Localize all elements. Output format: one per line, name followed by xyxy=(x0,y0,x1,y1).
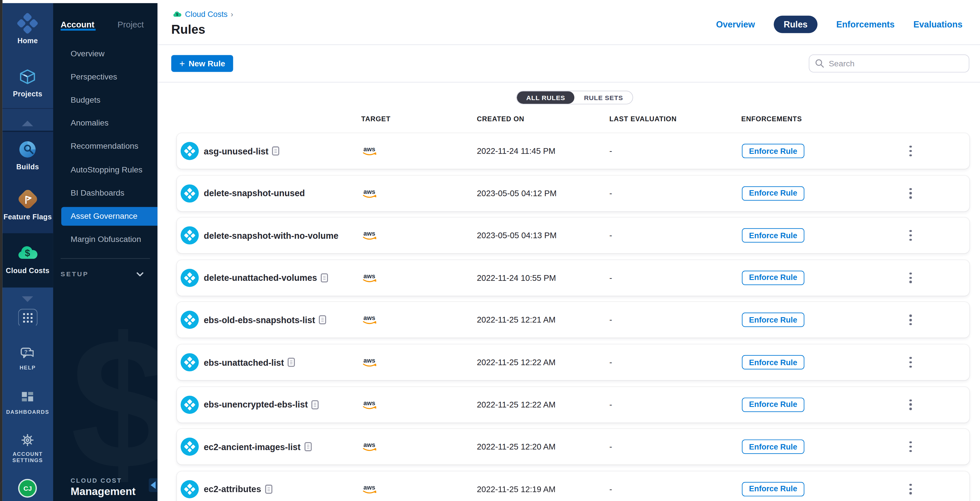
row-menu-kebab-icon[interactable] xyxy=(905,438,916,456)
table-row[interactable]: delete-snapshot-with-no-volume aws 2023-… xyxy=(177,218,969,253)
sidebar-item-perspectives[interactable]: Perspectives xyxy=(53,67,158,86)
module-brand-line1: CLOUD COST xyxy=(71,477,122,484)
sidebar-item-dashboards[interactable]: DASHBOARDS xyxy=(2,391,53,415)
enforce-rule-button[interactable]: Enforce Rule xyxy=(742,313,805,327)
table-row[interactable]: delete-unattached-volumes aws 2022-11-24… xyxy=(177,260,969,296)
table-row[interactable]: asg-unused-list aws 2022-11-24 11:45 PM … xyxy=(177,133,969,169)
module-brand-line2: Management xyxy=(71,486,135,498)
app-window: Home Projects Builds xyxy=(0,0,980,501)
harness-home-icon xyxy=(16,12,39,35)
sidebar-item-help[interactable]: ? HELP xyxy=(2,347,53,371)
rule-name: ebs-old-ebs-snapshots-list xyxy=(204,315,315,325)
user-avatar[interactable]: CJ xyxy=(2,480,53,496)
rule-description-icon[interactable] xyxy=(265,484,272,494)
sidebar-item-home[interactable]: Home xyxy=(2,14,53,45)
last-evaluation-value: - xyxy=(609,386,612,422)
table-row[interactable]: ebs-unattached-list aws 2022-11-25 12:22… xyxy=(177,345,969,380)
main-content: $ Cloud Costs › Rules Overview Rules Enf… xyxy=(158,0,980,501)
svg-text:aws: aws xyxy=(363,230,375,237)
sidebar-item-cloud-costs[interactable]: $ Cloud Costs xyxy=(2,245,53,275)
row-menu-kebab-icon[interactable] xyxy=(905,226,916,245)
sidebar-item-feature-flags[interactable]: Feature Flags xyxy=(2,191,53,221)
rule-name: ebs-unencrypted-ebs-list xyxy=(204,399,308,409)
svg-text:aws: aws xyxy=(363,272,375,280)
rule-description-icon[interactable] xyxy=(288,358,295,367)
rule-policy-icon xyxy=(181,480,199,498)
table-row[interactable]: ebs-unencrypted-ebs-list aws 2022-11-25 … xyxy=(177,386,969,422)
window-edge-strip xyxy=(0,0,2,501)
rule-policy-icon xyxy=(181,396,199,414)
chevron-left-icon xyxy=(151,481,156,489)
target-cloud-provider: aws xyxy=(361,386,378,422)
sidebar-item-margin-obfuscation[interactable]: Margin Obfuscation xyxy=(53,230,158,249)
sidebar-item-bi-dashboards[interactable]: BI Dashboards xyxy=(53,184,158,203)
row-menu-kebab-icon[interactable] xyxy=(905,396,916,414)
aws-logo-icon: aws xyxy=(361,146,378,156)
row-menu-kebab-icon[interactable] xyxy=(905,480,916,498)
table-row[interactable]: ebs-old-ebs-snapshots-list aws 2022-11-2… xyxy=(177,302,969,338)
nav-rail: Home Projects Builds xyxy=(2,3,53,501)
sidebar-collapse-button[interactable] xyxy=(149,478,158,492)
enforce-rule-button[interactable]: Enforce Rule xyxy=(742,355,805,369)
rule-description-icon[interactable] xyxy=(312,400,319,409)
aws-logo-icon: aws xyxy=(361,399,378,410)
sidebar-item-projects[interactable]: Projects xyxy=(2,68,53,97)
row-menu-kebab-icon[interactable] xyxy=(905,311,916,329)
sidebar-item-anomalies[interactable]: Anomalies xyxy=(53,114,158,133)
svg-text:aws: aws xyxy=(363,484,375,491)
active-tab-underline xyxy=(60,29,95,31)
rule-description-icon[interactable] xyxy=(321,273,328,283)
target-cloud-provider: aws xyxy=(361,175,378,211)
svg-text:aws: aws xyxy=(363,146,375,153)
enforce-rule-button[interactable]: Enforce Rule xyxy=(742,398,805,412)
dollar-watermark: $ xyxy=(71,309,158,497)
aws-logo-icon: aws xyxy=(361,357,378,367)
enforce-rule-button[interactable]: Enforce Rule xyxy=(742,144,805,158)
table-row[interactable]: ec2-attributes aws 2022-11-25 12:19 AM -… xyxy=(177,471,969,501)
chevron-up-icon xyxy=(22,121,33,126)
last-evaluation-value: - xyxy=(609,260,612,296)
row-menu-kebab-icon[interactable] xyxy=(905,184,916,202)
table-row[interactable]: delete-snapshot-unused aws 2023-05-05 04… xyxy=(177,175,969,211)
rule-description-icon[interactable] xyxy=(304,442,312,452)
module-switcher-button[interactable] xyxy=(2,306,53,327)
row-menu-kebab-icon[interactable] xyxy=(905,142,916,160)
rail-collapse-down-button[interactable] xyxy=(2,293,53,304)
sidebar-item-builds[interactable]: Builds xyxy=(2,140,53,171)
enforce-rule-button[interactable]: Enforce Rule xyxy=(742,228,805,242)
rule-name: delete-unattached-volumes xyxy=(204,273,317,283)
feature-flags-icon xyxy=(17,188,38,210)
rules-table: asg-unused-list aws 2022-11-24 11:45 PM … xyxy=(158,0,980,501)
setup-chevron-down-icon[interactable] xyxy=(136,272,144,276)
svg-text:aws: aws xyxy=(363,315,375,322)
setup-section-label[interactable]: SETUP xyxy=(60,270,89,277)
row-menu-kebab-icon[interactable] xyxy=(905,269,916,287)
sidebar-item-overview[interactable]: Overview xyxy=(53,45,158,63)
sidebar-item-autostopping-rules[interactable]: AutoStopping Rules xyxy=(53,161,158,180)
sidebar-item-asset-governance[interactable]: Asset Governance xyxy=(61,207,158,226)
sidebar-item-budgets[interactable]: Budgets xyxy=(53,91,158,110)
row-menu-kebab-icon[interactable] xyxy=(905,353,916,371)
created-on-value: 2022-11-25 12:22 AM xyxy=(477,345,555,380)
sidebar-item-account-settings[interactable]: ACCOUNT SETTINGS xyxy=(2,433,53,463)
rail-collapse-up-button[interactable] xyxy=(2,118,53,129)
rule-policy-icon xyxy=(181,269,199,287)
sidebar-item-recommendations[interactable]: Recommendations xyxy=(53,137,158,156)
table-row[interactable]: ec2-ancient-images-list aws 2022-11-25 1… xyxy=(177,429,969,465)
rail-item-label: ACCOUNT xyxy=(2,451,53,457)
module-sidebar: Account Project Overview Perspectives Bu… xyxy=(53,3,158,501)
enforce-rule-button[interactable]: Enforce Rule xyxy=(742,439,805,454)
created-on-value: 2022-11-25 12:22 AM xyxy=(477,386,555,422)
tab-account[interactable]: Account xyxy=(60,20,94,29)
tab-project[interactable]: Project xyxy=(118,20,144,29)
enforce-rule-button[interactable]: Enforce Rule xyxy=(742,482,805,496)
created-on-value: 2023-05-05 04:12 PM xyxy=(477,175,557,211)
last-evaluation-value: - xyxy=(609,471,612,501)
gear-icon xyxy=(21,433,35,447)
rule-policy-icon xyxy=(181,142,199,160)
enforce-rule-button[interactable]: Enforce Rule xyxy=(742,270,805,285)
rail-item-label: Feature Flags xyxy=(2,213,53,220)
rule-description-icon[interactable] xyxy=(319,315,326,325)
enforce-rule-button[interactable]: Enforce Rule xyxy=(742,186,805,200)
rule-description-icon[interactable] xyxy=(272,146,280,156)
